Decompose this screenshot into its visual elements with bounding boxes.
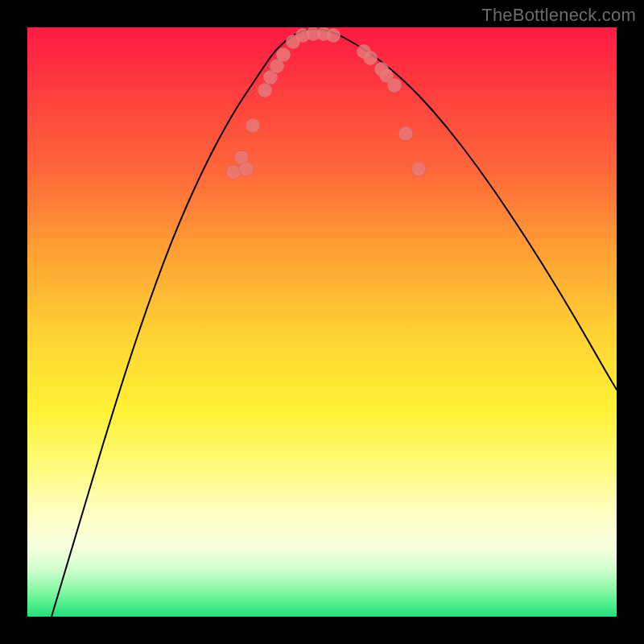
watermark-label: TheBottleneck.com [481,5,636,26]
chart-frame: TheBottleneck.com [0,0,644,644]
marker-dot [411,162,426,176]
marker-dot [326,28,341,43]
marker-dot [226,165,241,180]
marker-dot [363,51,378,65]
curve-svg [27,27,617,617]
marker-dot [398,126,413,141]
marker-dot [387,78,402,93]
marker-dot [239,162,254,176]
plot-area [27,27,617,617]
marker-dot [258,83,272,97]
marker-dot [276,47,291,62]
marker-dot [246,118,260,133]
bottleneck-curve-path [52,29,617,617]
marker-group [226,27,426,180]
